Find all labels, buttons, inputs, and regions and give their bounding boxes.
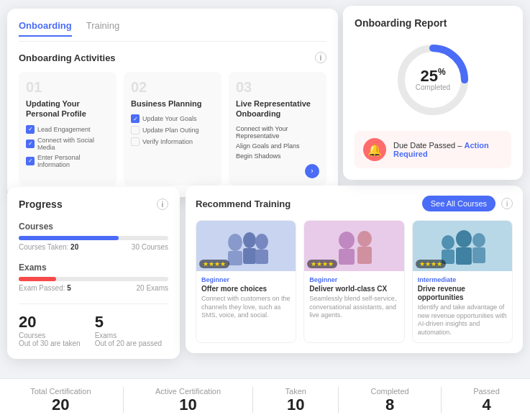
activity-number-2: 02: [131, 79, 214, 96]
svg-point-14: [456, 230, 472, 247]
footer-exams-sub: Out of 20 are passed: [95, 339, 162, 347]
total-cert-label: Total Certification: [30, 387, 91, 396]
svg-point-4: [243, 232, 256, 248]
activity-number-3: 03: [236, 79, 319, 96]
passed-value: 4: [482, 397, 490, 413]
passed-label: Passed: [473, 387, 500, 396]
checkbox-checked: [131, 114, 140, 123]
progress-panel: Progress i Courses Courses Taken: 20 30 …: [7, 187, 180, 359]
svg-rect-7: [255, 250, 268, 264]
course-card-2[interactable]: ★★★★ Beginner Deliver world-class CX Sea…: [303, 220, 404, 343]
total-cert-value: 20: [52, 397, 69, 413]
divider: [123, 387, 124, 413]
completed-label: Completed: [370, 387, 408, 396]
divider: [252, 387, 253, 413]
exams-progress: Exams Exam Passed: 5 20 Exams: [19, 262, 168, 292]
course-card-1[interactable]: ★★★★ Beginner Offer more choices Connect…: [196, 220, 296, 343]
activity-item: Update Your Goals: [131, 114, 214, 123]
activities-grid: 01 Updating Your Personal Profile Lead E…: [19, 72, 326, 186]
bell-icon: 🔔: [363, 138, 386, 161]
activity-card-3: 03 Live Representative Onboarding Connec…: [229, 72, 326, 186]
course-desc-1: Connect with customers on the channels t…: [201, 295, 291, 320]
course-level-2: Beginner: [309, 276, 398, 283]
tab-training[interactable]: Training: [86, 20, 119, 37]
exams-stats: Exam Passed: 5 20 Exams: [19, 284, 168, 292]
footer-courses-desc: Courses: [19, 332, 81, 339]
svg-point-2: [228, 234, 242, 251]
footer-courses: 20 Courses Out of 30 are taken: [19, 313, 81, 347]
training-header-right: See All Courses i: [422, 196, 513, 211]
activity-item: Verify Information: [131, 137, 214, 146]
checkbox-checked: [26, 157, 35, 165]
report-panel: Onboarding Report 25% Completed 🔔 Due Da…: [343, 6, 523, 180]
activity-title-3: Live Representative Onboarding: [236, 99, 319, 119]
course-level-3: Intermediate: [418, 276, 507, 283]
svg-point-16: [472, 233, 485, 247]
bottom-bar-total-cert: Total Certification 20: [30, 387, 91, 413]
course-star-3: ★★★★: [416, 260, 446, 268]
activities-section-title: Onboarding Activities i: [19, 52, 326, 63]
progress-info-icon[interactable]: i: [157, 198, 168, 210]
onboarding-panel: Onboarding Training Onboarding Activitie…: [7, 9, 338, 197]
svg-point-12: [442, 235, 454, 250]
course-name-2: Deliver world-class CX: [309, 285, 398, 293]
alert-text: Due Date Passed – Action Required: [393, 141, 503, 158]
taken-value: 10: [287, 397, 304, 413]
arrow-button[interactable]: ›: [305, 164, 319, 178]
info-icon[interactable]: i: [315, 52, 326, 63]
svg-rect-17: [472, 247, 485, 263]
footer-exams-desc: Exams: [95, 332, 162, 339]
course-body-3: Intermediate Drive revenue opportunities…: [413, 271, 512, 342]
activity-title-1: Updating Your Personal Profile: [26, 99, 109, 119]
courses-bar-bg: [19, 236, 168, 240]
divider: [441, 387, 442, 413]
bottom-bar-taken: Taken 10: [285, 387, 306, 413]
bottom-bar-passed: Passed 4: [473, 387, 500, 413]
courses-label: Courses: [19, 222, 168, 232]
course-star-2: ★★★★: [307, 260, 337, 268]
donut-label: Completed: [416, 84, 450, 92]
course-desc-3: Identify and take advantage of new reven…: [418, 303, 507, 337]
exams-bar-fill: [19, 277, 56, 281]
checkbox-checked: [26, 140, 35, 148]
svg-rect-5: [243, 248, 256, 264]
activity-title-2: Business Planning: [131, 99, 214, 109]
course-card-3[interactable]: ★★★★ Intermediate Drive revenue opportun…: [412, 220, 513, 343]
courses-stats: Courses Taken: 20 30 Courses: [19, 243, 168, 251]
svg-rect-9: [339, 249, 355, 265]
activity-card-2: 02 Business Planning Update Your Goals U…: [124, 72, 221, 186]
taken-label: Taken: [285, 387, 306, 396]
activity-items-3: Connect with Your Representative Align G…: [236, 125, 319, 160]
courses-grid: ★★★★ Beginner Offer more choices Connect…: [196, 220, 513, 343]
panel-tabs: Onboarding Training: [19, 20, 326, 42]
donut-chart: 25% Completed: [393, 40, 472, 119]
footer-courses-num: 20: [19, 313, 81, 332]
courses-progress: Courses Courses Taken: 20 30 Courses: [19, 222, 168, 251]
svg-rect-15: [456, 247, 472, 265]
footer-exams: 5 Exams Out of 20 are passed: [95, 313, 162, 347]
progress-title: Progress i: [19, 198, 168, 210]
donut-center: 25% Completed: [416, 68, 450, 91]
activity-item: Connect with Social Media: [26, 137, 109, 151]
training-panel: Recommend Training See All Courses i: [186, 186, 523, 353]
training-title: Recommend Training: [196, 198, 291, 209]
donut-container: 25% Completed: [355, 40, 511, 119]
svg-point-10: [357, 231, 372, 247]
checkbox-checked: [26, 125, 35, 134]
svg-rect-11: [357, 247, 372, 264]
svg-rect-3: [228, 251, 242, 265]
activity-number-1: 01: [26, 79, 109, 96]
activity-item: Align Goals and Plans: [236, 142, 319, 150]
divider: [338, 387, 339, 413]
footer-courses-sub: Out of 30 are taken: [19, 339, 81, 347]
activity-item: Lead Engagement: [26, 125, 109, 134]
bottom-bar: Total Certification 20 Active Certificat…: [0, 378, 530, 420]
see-all-button[interactable]: See All Courses: [422, 196, 495, 211]
activity-item: Update Plan Outing: [131, 126, 214, 134]
active-cert-label: Active Certification: [155, 387, 221, 396]
report-title: Onboarding Report: [355, 17, 511, 29]
tab-onboarding[interactable]: Onboarding: [19, 20, 72, 37]
checkbox-unchecked: [131, 126, 140, 134]
training-info-icon[interactable]: i: [501, 198, 513, 209]
activity-item: Connect with Your Representative: [236, 125, 319, 140]
